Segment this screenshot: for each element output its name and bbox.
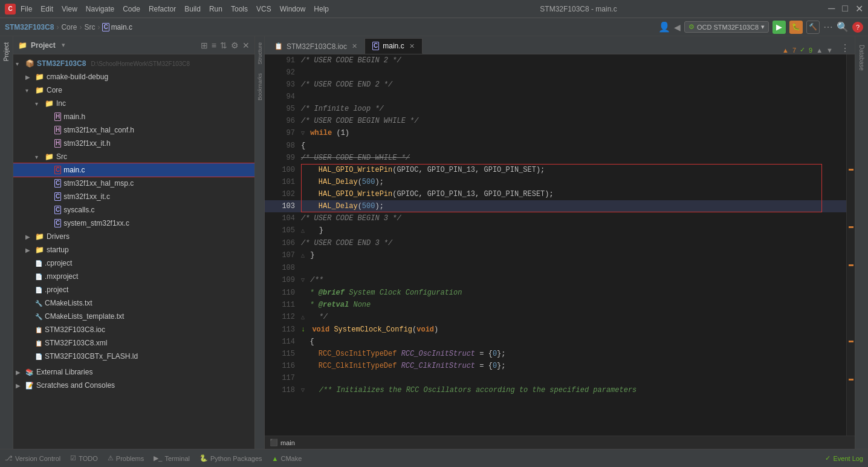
function-name: main [280,439,295,446]
terminal-item[interactable]: ▶_ Terminal [154,454,190,462]
scroll-up-icon[interactable]: ▲ [816,47,823,54]
tree-syscalls-c[interactable]: ▶ C syscalls.c [13,203,254,217]
tree-main-c[interactable]: ▶ C main.c [13,163,254,177]
tree-hal-conf-h[interactable]: ▶ H stm32f1xx_hal_conf.h [13,123,254,137]
tree-ioc[interactable]: 📋 STM32F103C8.ioc [13,323,254,336]
project-settings-icon[interactable]: ⚙ [231,41,239,50]
build-button[interactable]: 🔨 [806,21,820,34]
todo-item[interactable]: ☑ TODO [70,454,98,462]
tree-main-h[interactable]: ▶ H main.h [13,110,254,123]
fold-112[interactable]: △ [301,314,305,321]
code-area[interactable]: 91 /* USER CODE BEGIN 2 */ 92 93 /* USER… [265,54,846,436]
run-config-dropdown[interactable]: ⚙ OCD STM32F103C8 ▾ [684,21,769,33]
file-h-icon2: H [54,126,61,134]
tab-main-c[interactable]: C main.c ✕ [365,38,423,54]
tab-ioc-close[interactable]: ✕ [352,42,357,50]
fold-105[interactable]: △ [301,227,305,234]
right-scrollbar[interactable] [846,54,855,436]
tree-cmakelists[interactable]: 🔧 CMakeLists.txt [13,296,254,310]
tree-drivers[interactable]: ▶ 📁 Drivers [13,230,254,243]
file-h-icon3: H [54,139,61,148]
menu-run[interactable]: Run [209,5,222,13]
project-list-icon[interactable]: ≡ [212,41,216,50]
tree-hal-msp-c[interactable]: ▶ C stm32f1xx_hal_msp.c [13,177,254,190]
menu-code[interactable]: Code [123,5,140,13]
tree-cmakelists-template[interactable]: 🔧 CMakeLists_template.txt [13,310,254,323]
project-structure-icon[interactable]: ⊞ [201,41,208,50]
tree-cmake-build[interactable]: ▶ 📁 cmake-build-debug [13,70,254,83]
code-line-116: 116 RCC_ClkInitTypeDef RCC_ClkInitStruct… [265,360,846,372]
tree-it-c[interactable]: ▶ C stm32f1xx_it.c [13,190,254,203]
code-line-113: 113 ↓ void SystemClock_Config(void) [265,324,846,336]
fold-97[interactable]: ▽ [301,130,305,137]
code-line-99: 99 /* USER CODE END WHILE */ [265,152,846,164]
tree-system-c[interactable]: ▶ C system_stm32f1xx.c [13,217,254,230]
project-tab[interactable]: Project [2,39,11,65]
menu-edit[interactable]: Edit [40,5,53,13]
scratches-icon: 📝 [25,382,34,390]
file-h-icon: H [54,113,61,121]
breadcrumb-file[interactable]: C main.c [102,23,132,31]
tree-it-h[interactable]: ▶ H stm32f1xx_it.h [13,137,254,150]
tree-scratches[interactable]: ▶ 📝 Scratches and Consoles [13,379,254,392]
terminal-icon: ▶_ [154,454,162,462]
editor-menu-icon[interactable]: ⋮ [838,42,852,54]
code-line-110: 110 * @brief System Clock Configuration [265,287,846,299]
fold-107[interactable]: △ [301,252,305,259]
tree-root[interactable]: ▾ 📦 STM32F103C8 D:\SchoolHomeWork\STM32F… [13,57,254,70]
tree-core[interactable]: ▾ 📁 Core [13,83,254,97]
main-area: Project 📁 Project ▾ ⊞ ≡ ⇅ ⚙ ✕ ▾ 📦 STM32F… [0,36,868,449]
menu-tools[interactable]: Tools [231,5,248,13]
scroll-marker-2 [849,226,853,228]
tree-project[interactable]: 📄 .project [13,283,254,296]
breadcrumb-project[interactable]: STM32F103C8 [5,23,54,31]
breadcrumb-core[interactable]: Core [61,23,77,31]
bookmarks-tab[interactable]: Bookmarks [256,70,264,104]
menu-help[interactable]: Help [314,5,329,13]
menu-view[interactable]: View [62,5,77,13]
search-icon[interactable]: 🔍 [837,21,849,33]
project-sort-icon[interactable]: ⇅ [220,41,227,50]
cmake-icon2: ▲ [272,455,279,462]
python-packages-item[interactable]: 🐍 Python Packages [199,454,262,462]
tab-ioc[interactable]: 📋 STM32F103C8.ioc ✕ [267,38,365,54]
breadcrumb-src[interactable]: Src [84,23,95,31]
structure-tab[interactable]: Structure [256,39,264,68]
tree-src[interactable]: ▾ 📁 Src [13,150,254,163]
tree-mxproject[interactable]: 📄 .mxproject [13,270,254,283]
maximize-button[interactable]: □ [842,3,848,15]
more-actions-icon[interactable]: ⋯ [823,21,833,33]
root-icon: 📦 [25,59,34,68]
menu-build[interactable]: Build [184,5,201,13]
todo-icon: ☑ [70,454,76,462]
event-log-item[interactable]: ✓ Event Log [825,454,863,462]
menu-vcs[interactable]: VCS [256,5,271,13]
profile-icon[interactable]: 👤 [658,21,670,33]
tab-main-c-close[interactable]: ✕ [409,42,415,50]
project-close-icon[interactable]: ✕ [242,41,250,50]
fold-109[interactable]: ▽ [301,277,305,284]
run-button[interactable]: ▶ [772,21,786,34]
close-button[interactable]: ✕ [855,3,863,15]
menu-navigate[interactable]: Navigate [86,5,114,13]
help-icon[interactable]: ? [852,22,863,33]
menu-refactor[interactable]: Refactor [149,5,176,13]
database-tab[interactable]: Database [857,41,866,74]
tree-external-libs[interactable]: ▶ 📚 External Libraries [13,365,254,379]
menu-file[interactable]: File [21,5,32,13]
scroll-down-icon[interactable]: ▼ [826,47,833,54]
tree-ld[interactable]: 📄 STM32F103CBTx_FLASH.ld [13,350,254,363]
tree-cproject[interactable]: 📄 .cproject [13,256,254,270]
fold-118[interactable]: ▽ [301,387,305,394]
scroll-marker-1 [849,169,853,171]
version-control-item[interactable]: ⎇ Version Control [5,454,60,462]
cmake-item[interactable]: ▲ CMake [272,455,302,462]
problems-item[interactable]: ⚠ Problems [108,454,144,462]
tree-inc[interactable]: ▾ 📁 Inc [13,97,254,110]
tree-xml[interactable]: 📋 STM32F103C8.xml [13,336,254,350]
menu-window[interactable]: Window [280,5,306,13]
back-icon[interactable]: ◀ [674,22,681,32]
debug-button[interactable]: 🐛 [789,21,803,34]
minimize-button[interactable]: ─ [828,3,835,15]
tree-startup[interactable]: ▶ 📁 startup [13,243,254,256]
